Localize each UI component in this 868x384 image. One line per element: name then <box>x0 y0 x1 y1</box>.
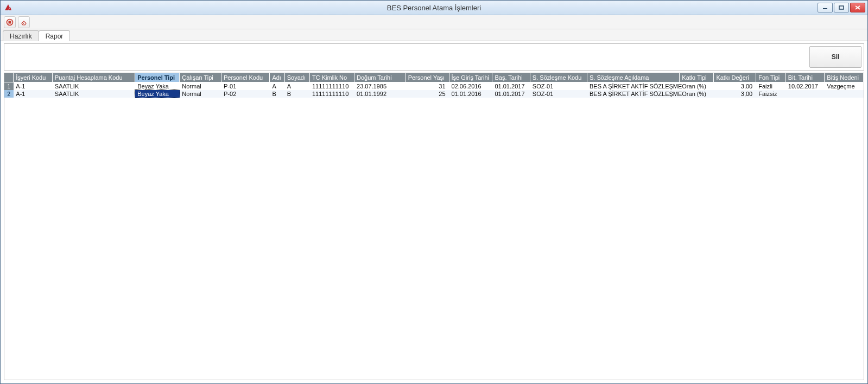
grid-header-cell[interactable]: Baş. Tarihi <box>492 73 530 82</box>
clear-button[interactable] <box>18 16 30 28</box>
grid-header-cell[interactable]: Bitiş Nedeni <box>825 73 864 82</box>
grid-header-cell[interactable]: Soyadı <box>284 73 309 82</box>
grid-cell[interactable]: Oran (%) <box>680 90 714 98</box>
stop-button[interactable] <box>4 16 16 28</box>
table-row[interactable]: 1A-1SAATLIKBeyaz YakaNormalP-01AA1111111… <box>4 82 864 91</box>
table-row[interactable]: 2A-1SAATLIKBeyaz YakaNormalP-02BB1111111… <box>4 90 864 98</box>
grid-cell[interactable] <box>825 90 864 98</box>
grid-cell[interactable]: 01.01.1992 <box>354 90 406 98</box>
grid-header-cell[interactable]: Doğum Tarihi <box>354 73 406 82</box>
tabs: Hazırlık Rapor <box>1 29 867 41</box>
grid-cell[interactable]: A <box>270 82 284 91</box>
row-number-cell[interactable]: 2 <box>4 90 14 98</box>
tab-rapor[interactable]: Rapor <box>39 30 71 41</box>
action-panel: Sil <box>4 43 864 71</box>
grid-header-cell[interactable]: Personel Tipi <box>135 73 180 82</box>
grid-cell[interactable]: Faizsiz <box>756 90 786 98</box>
grid-cell[interactable]: 23.07.1985 <box>354 82 406 91</box>
grid-header-cell[interactable]: TC Kimlik No <box>310 73 354 82</box>
grid-cell[interactable]: Beyaz Yaka <box>135 82 180 91</box>
close-button[interactable] <box>850 3 865 12</box>
grid-cell[interactable]: B <box>270 90 284 98</box>
grid-cell[interactable]: Normal <box>180 82 221 91</box>
grid-header-cell[interactable]: Bit. Tarihi <box>785 73 825 82</box>
grid-header-cell[interactable]: S. Sözleşme Açıklama <box>587 73 679 82</box>
grid-header-cell[interactable]: Çalışan Tipi <box>180 73 221 82</box>
grid-cell[interactable]: Normal <box>180 90 221 98</box>
grid-cell[interactable]: 25 <box>406 90 449 98</box>
grid-cell[interactable]: P-02 <box>221 90 270 98</box>
app-window: BES Personel Atama İşlemleri Hazırlık Ra… <box>0 0 868 384</box>
grid-cell[interactable]: 11111111110 <box>310 90 354 98</box>
grid-cell[interactable]: P-01 <box>221 82 270 91</box>
grid-header-cell[interactable]: Personel Kodu <box>221 73 270 82</box>
app-logo-icon <box>4 3 12 12</box>
grid-header-cell[interactable]: S. Sözleşme Kodu <box>530 73 587 82</box>
content-area: Sil İşyeri KoduPuantaj Hesaplama KoduPer… <box>1 41 867 383</box>
svg-rect-1 <box>839 6 844 9</box>
grid-cell[interactable]: SOZ-01 <box>530 82 587 91</box>
grid-cell[interactable]: A <box>284 82 309 91</box>
grid-header-cell[interactable]: İşe Giriş Tarihi <box>449 73 492 82</box>
tab-hazirlik[interactable]: Hazırlık <box>3 30 39 41</box>
grid-header-cell[interactable]: İşyeri Kodu <box>14 73 53 82</box>
grid-cell[interactable]: A-1 <box>14 82 53 91</box>
grid-header-cell[interactable]: Puantaj Hesaplama Kodu <box>52 73 135 82</box>
grid-cell[interactable]: BES A ŞİRKET AKTİF SÖZLEŞME <box>587 82 679 91</box>
grid-header-cell[interactable] <box>4 73 14 82</box>
minimize-button[interactable] <box>818 3 833 12</box>
grid-header-cell[interactable]: Adı <box>270 73 284 82</box>
grid-cell[interactable]: Oran (%) <box>680 82 714 91</box>
toolbar <box>1 15 867 29</box>
grid-cell[interactable]: 01.01.2016 <box>449 90 492 98</box>
row-number-cell[interactable]: 1 <box>4 82 14 91</box>
grid-cell[interactable]: SAATLIK <box>52 90 135 98</box>
grid-cell[interactable]: A-1 <box>14 90 53 98</box>
grid-cell[interactable]: 3,00 <box>714 82 756 91</box>
grid-cell[interactable]: 11111111110 <box>310 82 354 91</box>
grid-header-cell[interactable]: Katkı Tipi <box>680 73 714 82</box>
grid-cell[interactable]: Beyaz Yaka <box>135 90 180 98</box>
grid-cell[interactable]: B <box>284 90 309 98</box>
grid-cell[interactable]: 10.02.2017 <box>785 82 825 91</box>
grid-cell[interactable] <box>785 90 825 98</box>
grid-header-cell[interactable]: Personel Yaşı <box>406 73 449 82</box>
window-title: BES Personel Atama İşlemleri <box>1 4 867 12</box>
data-grid[interactable]: İşyeri KoduPuantaj Hesaplama KoduPersone… <box>4 73 864 380</box>
grid-cell[interactable]: 01.01.2017 <box>492 82 530 91</box>
grid-header-cell[interactable]: Fon Tipi <box>756 73 786 82</box>
grid-cell[interactable]: 01.01.2017 <box>492 90 530 98</box>
grid-cell[interactable]: Faizli <box>756 82 786 91</box>
grid-cell[interactable]: BES A ŞİRKET AKTİF SÖZLEŞME <box>587 90 679 98</box>
svg-rect-3 <box>9 21 11 23</box>
grid-cell[interactable]: SOZ-01 <box>530 90 587 98</box>
grid-cell[interactable]: Vazgeçme <box>825 82 864 91</box>
grid-cell[interactable]: SAATLIK <box>52 82 135 91</box>
grid-header-row[interactable]: İşyeri KoduPuantaj Hesaplama KoduPersone… <box>4 73 864 82</box>
svg-rect-0 <box>823 8 827 9</box>
grid-table[interactable]: İşyeri KoduPuantaj Hesaplama KoduPersone… <box>4 73 864 98</box>
grid-cell[interactable]: 3,00 <box>714 90 756 98</box>
grid-cell[interactable]: 31 <box>406 82 449 91</box>
titlebar[interactable]: BES Personel Atama İşlemleri <box>1 1 867 15</box>
delete-button[interactable]: Sil <box>809 46 861 68</box>
grid-header-cell[interactable]: Katkı Değeri <box>714 73 756 82</box>
maximize-button[interactable] <box>834 3 849 12</box>
grid-cell[interactable]: 02.06.2016 <box>449 82 492 91</box>
